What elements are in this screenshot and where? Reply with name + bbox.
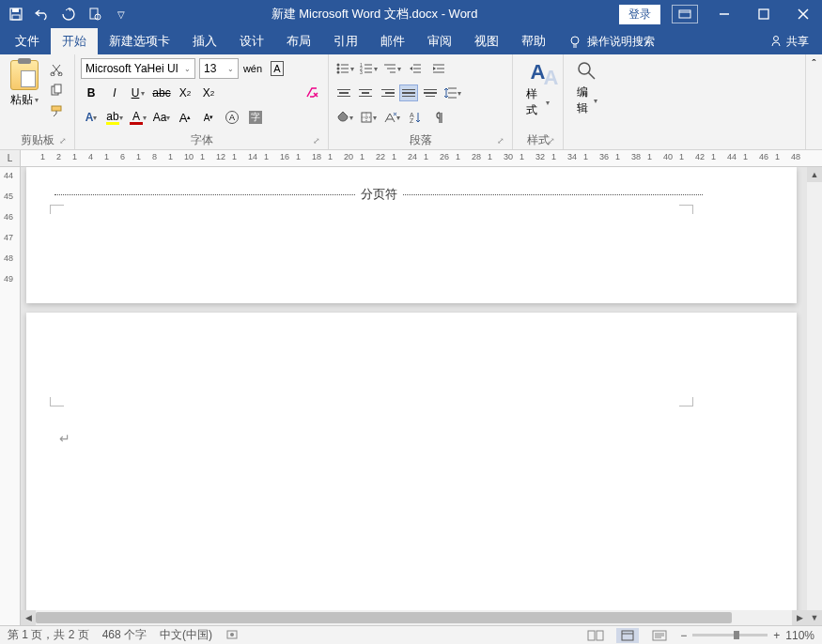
align-justify-button[interactable]	[399, 84, 418, 101]
qat-customize-icon[interactable]: ▽	[113, 6, 130, 23]
ruler-corner[interactable]: L	[0, 150, 21, 166]
share-icon	[769, 35, 783, 48]
status-bar: 第 1 页，共 2 页 468 个字 中文(中国) − + 110%	[0, 625, 822, 644]
phonetic-guide-icon[interactable]: wén	[242, 58, 263, 79]
grow-font-button[interactable]: A▴	[175, 107, 195, 128]
tab-insert[interactable]: 插入	[181, 28, 228, 54]
paste-icon[interactable]	[10, 60, 39, 90]
character-border-icon[interactable]: A	[267, 58, 287, 79]
paragraph-launcher-icon[interactable]: ⤢	[495, 136, 506, 147]
multilevel-list-button[interactable]: ▾	[381, 58, 402, 79]
editing-button[interactable]: 编辑▾	[577, 84, 597, 116]
highlight-button[interactable]: ab▾	[104, 107, 125, 128]
collapse-ribbon-icon[interactable]: ˆ	[805, 54, 822, 149]
tab-file[interactable]: 文件	[4, 28, 51, 54]
save-icon[interactable]	[8, 6, 24, 23]
tab-references[interactable]: 引用	[322, 28, 369, 54]
redo-icon[interactable]	[60, 6, 77, 23]
format-painter-icon[interactable]	[49, 103, 64, 118]
character-shading-icon[interactable]: 字	[245, 107, 266, 128]
group-paragraph: ▾ 123▾ ▾ ▾ ▾ ▾ ▾ AZ 段落⤢	[329, 54, 513, 149]
svg-rect-5	[679, 10, 690, 18]
login-button[interactable]: 登录	[619, 5, 660, 24]
bullets-button[interactable]: ▾	[334, 58, 355, 79]
document-area[interactable]: 444546474849 分页符 ↵ ▲ ▼ ◀ ▶	[0, 167, 822, 625]
language-indicator[interactable]: 中文(中国)	[160, 627, 212, 643]
horizontal-ruler[interactable]: L 12141618110112114116118120122124126128…	[0, 150, 822, 167]
show-marks-button[interactable]	[428, 107, 449, 128]
shading-button[interactable]: ▾	[334, 107, 355, 128]
change-case-button[interactable]: Aa▾	[151, 107, 172, 128]
tab-view[interactable]: 视图	[463, 28, 510, 54]
copy-icon[interactable]	[49, 83, 64, 98]
borders-button[interactable]: ▾	[358, 107, 379, 128]
tab-review[interactable]: 审阅	[416, 28, 463, 54]
align-left-button[interactable]	[334, 84, 353, 101]
strikethrough-button[interactable]: abc	[151, 83, 172, 103]
text-effects-button[interactable]: A▾	[81, 107, 101, 128]
zoom-out-button[interactable]: −	[680, 629, 687, 642]
close-button[interactable]	[784, 0, 822, 28]
read-mode-icon[interactable]	[584, 628, 607, 643]
find-icon[interactable]	[576, 60, 598, 83]
zoom-slider[interactable]	[692, 634, 768, 636]
tab-home[interactable]: 开始	[51, 28, 98, 54]
styles-button[interactable]: 样式▾	[526, 86, 550, 118]
scroll-left-button[interactable]: ◀	[21, 610, 36, 625]
tab-newtab[interactable]: 新建选项卡	[98, 28, 181, 54]
subscript-button[interactable]: X2	[175, 83, 195, 103]
tab-design[interactable]: 设计	[228, 28, 275, 54]
maximize-button[interactable]	[745, 0, 783, 28]
font-launcher-icon[interactable]: ⤢	[311, 136, 322, 147]
asian-layout-button[interactable]: ▾	[381, 107, 402, 128]
font-name-combo[interactable]: Microsoft YaHei UI⌄	[81, 58, 195, 79]
numbering-button[interactable]: 123▾	[358, 58, 379, 79]
zoom-in-button[interactable]: +	[773, 629, 780, 642]
font-color-button[interactable]: A▾	[128, 107, 148, 128]
page-indicator[interactable]: 第 1 页，共 2 页	[8, 627, 89, 643]
superscript-button[interactable]: X2	[198, 83, 219, 103]
italic-button[interactable]: I	[104, 83, 125, 103]
align-right-button[interactable]	[378, 84, 396, 101]
bold-button[interactable]: B	[81, 83, 101, 103]
page-1[interactable]: 分页符	[26, 167, 797, 303]
align-center-button[interactable]	[356, 84, 375, 101]
underline-button[interactable]: U▾	[128, 83, 148, 103]
scroll-thumb-h[interactable]	[36, 612, 732, 623]
styles-icon[interactable]: AA	[531, 60, 546, 84]
decrease-indent-button[interactable]	[405, 58, 426, 79]
sort-button[interactable]: AZ	[405, 107, 426, 128]
vertical-scrollbar[interactable]: ▲ ▼	[807, 167, 822, 625]
print-layout-icon[interactable]	[616, 628, 639, 643]
styles-launcher-icon[interactable]: ⤢	[546, 136, 557, 147]
font-size-combo[interactable]: 13⌄	[199, 58, 239, 79]
horizontal-scrollbar[interactable]: ◀ ▶	[21, 610, 807, 625]
print-preview-icon[interactable]	[86, 6, 103, 23]
clipboard-launcher-icon[interactable]: ⤢	[57, 136, 69, 147]
shrink-font-button[interactable]: A▾	[198, 107, 219, 128]
cut-icon[interactable]	[49, 62, 64, 77]
tab-help[interactable]: 帮助	[510, 28, 557, 54]
align-distributed-button[interactable]	[421, 84, 440, 101]
word-count[interactable]: 468 个字	[102, 627, 147, 643]
enclose-characters-icon[interactable]: A	[222, 107, 242, 128]
undo-icon[interactable]	[34, 6, 51, 23]
scroll-right-button[interactable]: ▶	[792, 610, 807, 625]
increase-indent-button[interactable]	[428, 58, 449, 79]
scroll-up-button[interactable]: ▲	[807, 167, 822, 182]
tab-layout[interactable]: 布局	[275, 28, 322, 54]
tab-mailings[interactable]: 邮件	[369, 28, 416, 54]
web-layout-icon[interactable]	[648, 628, 671, 643]
page-2[interactable]: ↵	[26, 313, 797, 622]
paste-button[interactable]: 粘贴▾	[10, 92, 39, 108]
vertical-ruler[interactable]: 444546474849	[0, 167, 21, 625]
minimize-button[interactable]	[706, 0, 743, 28]
tell-me-search[interactable]: 操作说明搜索	[557, 28, 666, 54]
scroll-down-button[interactable]: ▼	[807, 610, 822, 625]
zoom-percentage[interactable]: 110%	[785, 629, 814, 642]
macro-recorder-icon[interactable]	[225, 627, 239, 643]
clear-formatting-icon[interactable]	[302, 83, 322, 103]
share-button[interactable]: 共享	[756, 28, 822, 54]
ribbon-display-options-icon[interactable]	[672, 5, 698, 23]
line-spacing-button[interactable]: ▾	[442, 83, 463, 103]
